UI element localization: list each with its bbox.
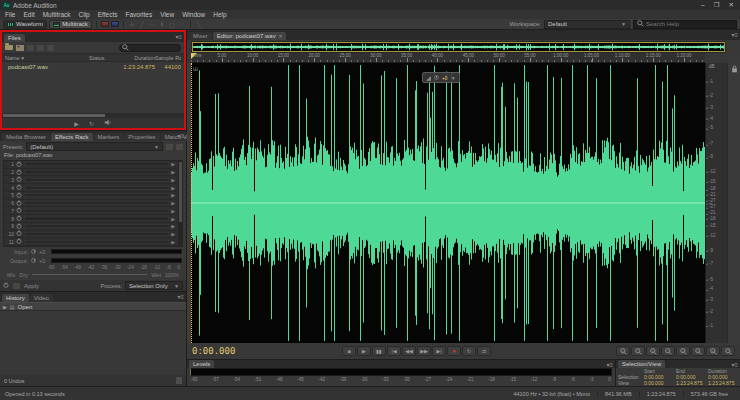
power-icon[interactable] bbox=[16, 207, 22, 214]
chevron-right-icon[interactable]: ▶ bbox=[171, 185, 175, 191]
power-icon[interactable] bbox=[16, 223, 22, 230]
timeline-ruler[interactable]: hms5:0010:0015:0020:0025:0030:0035:0040:… bbox=[191, 53, 705, 63]
effect-slot-3[interactable]: 3▶ bbox=[4, 176, 177, 184]
waveform-canvas[interactable] bbox=[191, 63, 705, 343]
workspace-dropdown[interactable]: Default ▼ bbox=[544, 20, 630, 29]
files-column-name[interactable]: Name ▾ bbox=[5, 55, 89, 61]
effect-slot-11[interactable]: 11▶ bbox=[4, 238, 177, 246]
extract-audio-icon[interactable] bbox=[27, 45, 34, 51]
tab-mixer[interactable]: Mixer bbox=[189, 32, 212, 40]
chevron-right-icon[interactable]: ▶ bbox=[171, 169, 175, 175]
loop-preview-icon[interactable]: ↻ bbox=[89, 120, 94, 127]
multitrack-view-button[interactable]: Multitrack bbox=[49, 20, 92, 29]
chevron-right-icon[interactable]: ▶ bbox=[171, 192, 175, 198]
pause-button[interactable]: ▮▮ bbox=[372, 346, 386, 356]
effect-slot-6[interactable]: 6▶ bbox=[4, 200, 177, 208]
power-icon[interactable] bbox=[16, 176, 22, 183]
chevron-right-icon[interactable]: ▶ bbox=[171, 177, 175, 183]
effect-slot-body[interactable] bbox=[24, 193, 169, 197]
file-row[interactable]: podcast07.wav1:23:24.87544100 bbox=[2, 62, 184, 72]
power-icon[interactable] bbox=[16, 238, 22, 245]
panel-menu-icon[interactable]: ▾≡ bbox=[731, 32, 738, 38]
panel-menu-icon[interactable]: ▾≡ bbox=[177, 133, 184, 139]
presets-dropdown[interactable]: (Default) ▼ bbox=[26, 142, 163, 151]
close-icon[interactable]: × bbox=[279, 33, 283, 39]
lasso-selection-tool-icon[interactable]: ◌ bbox=[178, 21, 186, 27]
power-icon[interactable] bbox=[16, 230, 22, 237]
zoom-out-time-button[interactable]: − bbox=[661, 346, 675, 356]
chevron-right-icon[interactable]: ▶ bbox=[171, 200, 175, 206]
clear-history-icon[interactable] bbox=[176, 377, 182, 384]
chevron-down-icon[interactable]: ▼ bbox=[451, 75, 456, 81]
effect-slot-10[interactable]: 10▶ bbox=[4, 231, 177, 239]
time-selection-tool-icon[interactable]: I bbox=[158, 21, 166, 27]
waveform-view-button[interactable]: Waveform bbox=[3, 20, 47, 29]
delete-preset-icon[interactable] bbox=[176, 144, 183, 150]
effect-slot-body[interactable] bbox=[24, 178, 169, 182]
stop-button[interactable]: ■ bbox=[342, 346, 356, 356]
effect-slot-5[interactable]: 5▶ bbox=[4, 192, 177, 200]
open-file-icon[interactable] bbox=[5, 45, 13, 50]
tab-editor-podcast07-wav[interactable]: Editor: podcast07.wav× bbox=[213, 32, 287, 40]
tab-video[interactable]: Video bbox=[30, 294, 53, 302]
fast-forward-button[interactable]: ▶▶ bbox=[417, 346, 431, 356]
skip-to-start-button[interactable]: |◀ bbox=[387, 346, 401, 356]
search-help-input[interactable] bbox=[646, 21, 733, 27]
tab-files[interactable]: Files bbox=[4, 34, 25, 42]
close-file-icon[interactable] bbox=[47, 45, 54, 51]
move-tool-icon[interactable]: ✛ bbox=[128, 21, 136, 28]
effect-slot-7[interactable]: 7▶ bbox=[4, 207, 177, 215]
tab-media-browser[interactable]: Media Browser bbox=[2, 133, 50, 141]
files-search-box[interactable] bbox=[119, 44, 181, 52]
zoom-in-amplitude-button[interactable]: + bbox=[616, 346, 630, 356]
zoom-in-time-button[interactable]: + bbox=[646, 346, 660, 356]
chevron-right-icon[interactable]: ▶ bbox=[171, 208, 175, 214]
power-icon[interactable] bbox=[16, 200, 22, 207]
zoom-out-full-button[interactable]: − bbox=[721, 346, 735, 356]
effect-slot-body[interactable] bbox=[24, 224, 169, 228]
loop-playback-button[interactable]: ↻ bbox=[462, 346, 476, 356]
effect-slot-body[interactable] bbox=[24, 209, 169, 213]
menu-item-edit[interactable]: Edit bbox=[19, 11, 38, 18]
input-gain-knob[interactable] bbox=[31, 249, 36, 254]
menu-item-help[interactable]: Help bbox=[209, 11, 230, 18]
menu-item-clip[interactable]: Clip bbox=[75, 11, 94, 18]
power-icon[interactable] bbox=[16, 161, 22, 168]
tab-properties[interactable]: Properties bbox=[124, 133, 159, 141]
toggle-io-icon[interactable] bbox=[13, 283, 20, 289]
chevron-right-icon[interactable]: ▶ bbox=[171, 239, 175, 245]
menu-item-multitrack[interactable]: Multitrack bbox=[39, 11, 75, 18]
overview-strip[interactable] bbox=[191, 41, 726, 53]
lock-icon[interactable] bbox=[731, 65, 738, 74]
maximize-button[interactable]: ❐ bbox=[714, 1, 720, 9]
volume-hud[interactable]: ◢ +0 ▼ bbox=[422, 72, 459, 83]
power-icon[interactable] bbox=[16, 169, 22, 176]
apply-button[interactable]: Apply bbox=[24, 283, 39, 289]
paintbrush-tool-icon[interactable]: ╲ bbox=[195, 21, 203, 28]
preview-play-icon[interactable]: ▶ bbox=[74, 120, 79, 127]
rewind-button[interactable]: ◀◀ bbox=[402, 346, 416, 356]
chevron-right-icon[interactable]: ▶ bbox=[171, 223, 175, 229]
waveform-display[interactable]: ⊞ ◢ +0 ▼ bbox=[191, 63, 705, 343]
show-waveform-display-icon[interactable] bbox=[101, 21, 109, 27]
import-file-icon[interactable] bbox=[16, 45, 24, 51]
effects-scrollbar[interactable] bbox=[178, 161, 182, 246]
menu-item-window[interactable]: Window bbox=[178, 11, 209, 18]
search-help-box[interactable] bbox=[633, 20, 737, 29]
zoom-to-selection-button[interactable]: + bbox=[676, 346, 690, 356]
amplitude-ruler[interactable]: dB -1-1-2-2-3-3-4-4-5-5-7-7-9-9-12-12-15… bbox=[705, 63, 727, 343]
power-icon[interactable] bbox=[16, 215, 22, 222]
files-column-status[interactable]: Status bbox=[89, 55, 113, 61]
effect-slot-8[interactable]: 8▶ bbox=[4, 215, 177, 223]
close-button[interactable]: ✕ bbox=[729, 1, 734, 9]
menu-item-file[interactable]: File bbox=[1, 11, 19, 18]
rack-power-icon[interactable] bbox=[3, 282, 9, 289]
menu-item-effects[interactable]: Effects bbox=[94, 11, 122, 18]
speaker-icon[interactable] bbox=[104, 119, 112, 127]
panel-menu-icon[interactable]: ▾≡ bbox=[175, 34, 182, 40]
files-column-sample-rate[interactable]: Sample Rate bbox=[155, 55, 181, 61]
files-column-duration[interactable]: Duration bbox=[113, 55, 155, 61]
playhead-line[interactable] bbox=[191, 63, 192, 343]
panel-menu-icon[interactable]: ▾≡ bbox=[606, 362, 613, 368]
chevron-right-icon[interactable]: ▶ bbox=[171, 231, 175, 237]
